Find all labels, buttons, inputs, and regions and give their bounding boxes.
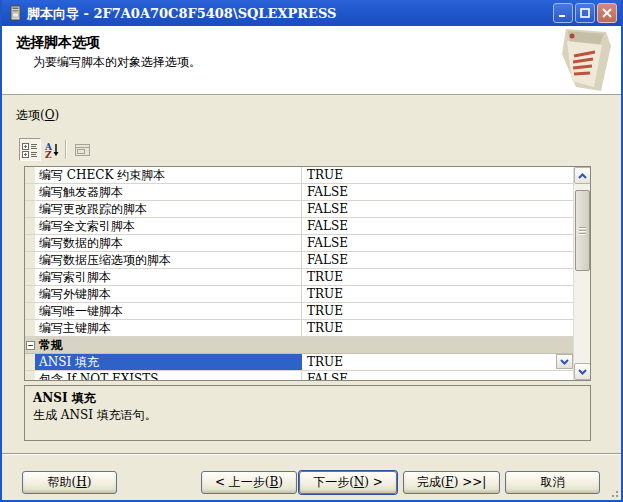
category-label: 常规 xyxy=(35,338,63,353)
bottom-separator xyxy=(2,453,621,455)
property-pages-icon xyxy=(74,143,91,157)
property-value: FALSE xyxy=(302,184,573,200)
property-name: ANSI 填充 xyxy=(35,354,302,370)
az-sort-icon: A Z xyxy=(44,142,60,158)
property-name: 编写全文索引脚本 xyxy=(35,218,302,234)
property-value: TRUE xyxy=(302,303,573,319)
server-icon xyxy=(7,5,23,21)
script-scroll-icon xyxy=(557,29,611,94)
property-row[interactable]: 编写数据的脚本FALSE xyxy=(25,235,573,252)
property-name: 编写触发器脚本 xyxy=(35,184,302,200)
row-gutter xyxy=(25,184,35,200)
property-name: 包含 If NOT EXISTS xyxy=(35,371,302,381)
scroll-up-button[interactable] xyxy=(574,167,591,184)
row-gutter xyxy=(25,320,35,336)
property-row[interactable]: 编写更改跟踪的脚本FALSE xyxy=(25,201,573,218)
property-row[interactable]: 编写唯一键脚本TRUE xyxy=(25,303,573,320)
titlebar: 脚本向导 - 2F7A0A70C8F5408\SQLEXPRESS xyxy=(2,0,621,26)
property-pages-button[interactable] xyxy=(71,140,93,160)
property-row[interactable]: 编写外键脚本TRUE xyxy=(25,286,573,303)
property-value: TRUE xyxy=(302,286,573,302)
maximize-button[interactable] xyxy=(575,3,595,23)
property-name: 编写数据压缩选项的脚本 xyxy=(35,252,302,268)
property-row[interactable]: 编写触发器脚本FALSE xyxy=(25,184,573,201)
cancel-button[interactable]: 取消 xyxy=(505,471,600,494)
property-row[interactable]: 编写数据压缩选项的脚本FALSE xyxy=(25,252,573,269)
property-row[interactable]: 包含 If NOT EXISTSFALSE xyxy=(25,371,573,381)
window-title: 脚本向导 - 2F7A0A70C8F5408\SQLEXPRESS xyxy=(27,5,336,23)
svg-text:Z: Z xyxy=(45,150,52,158)
wizard-header: 选择脚本选项 为要编写脚本的对象选择选项。 xyxy=(2,26,621,95)
row-gutter xyxy=(25,218,35,234)
property-value: FALSE xyxy=(302,371,573,381)
resize-grip[interactable] xyxy=(609,488,619,498)
row-gutter xyxy=(25,235,35,251)
description-title: ANSI 填充 xyxy=(33,390,96,407)
finish-button[interactable]: 完成(F) >>| xyxy=(403,471,500,494)
property-name: 编写唯一键脚本 xyxy=(35,303,302,319)
script-wizard-dialog: 脚本向导 - 2F7A0A70C8F5408\SQLEXPRESS 选择脚本选项… xyxy=(0,0,623,502)
property-row[interactable]: ANSI 填充TRUE xyxy=(25,354,573,371)
minimize-button[interactable] xyxy=(553,3,573,23)
category-row[interactable]: −常规 xyxy=(25,337,573,354)
row-gutter xyxy=(25,269,35,285)
row-gutter xyxy=(25,354,35,370)
page-title: 选择脚本选项 xyxy=(16,34,100,52)
minimize-icon xyxy=(558,8,568,18)
grid-scrollbar[interactable] xyxy=(573,167,590,380)
property-value: FALSE xyxy=(302,235,573,251)
property-name: 编写更改跟踪的脚本 xyxy=(35,201,302,217)
chevron-down-icon xyxy=(560,359,569,365)
collapse-icon[interactable]: − xyxy=(26,341,35,350)
property-name: 编写外键脚本 xyxy=(35,286,302,302)
property-grid: 编写 CHECK 约束脚本TRUE编写触发器脚本FALSE编写更改跟踪的脚本FA… xyxy=(24,166,591,381)
page-subtitle: 为要编写脚本的对象选择选项。 xyxy=(33,54,201,71)
row-gutter xyxy=(25,167,35,183)
categorized-view-icon xyxy=(22,142,38,158)
property-row[interactable]: 编写索引脚本TRUE xyxy=(25,269,573,286)
categorized-view-button[interactable] xyxy=(19,138,41,161)
property-grid-rows: 编写 CHECK 约束脚本TRUE编写触发器脚本FALSE编写更改跟踪的脚本FA… xyxy=(25,167,573,381)
row-gutter xyxy=(25,201,35,217)
scrollbar-thumb[interactable] xyxy=(575,190,590,271)
property-value: TRUE xyxy=(302,167,573,183)
row-gutter xyxy=(25,252,35,268)
back-button[interactable]: < 上一步(B) xyxy=(201,471,297,494)
description-panel: ANSI 填充 生成 ANSI 填充语句。 xyxy=(24,385,591,441)
close-icon xyxy=(602,8,612,18)
row-gutter xyxy=(25,303,35,319)
scroll-down-button[interactable] xyxy=(574,363,591,380)
property-value: FALSE xyxy=(302,252,573,268)
row-gutter xyxy=(25,286,35,302)
property-value: FALSE xyxy=(302,201,573,217)
chevron-up-icon xyxy=(578,173,587,179)
property-value: TRUE xyxy=(302,320,573,336)
property-value: FALSE xyxy=(302,218,573,234)
options-label: 选项(O) xyxy=(16,107,59,124)
maximize-icon xyxy=(580,8,590,18)
help-button[interactable]: 帮助(H) xyxy=(22,471,117,494)
thumb-grip xyxy=(579,227,586,236)
property-name: 编写主键脚本 xyxy=(35,320,302,336)
property-name: 编写 CHECK 约束脚本 xyxy=(35,167,302,183)
value-dropdown-button[interactable] xyxy=(556,354,573,369)
property-value: TRUE xyxy=(302,354,573,370)
chevron-down-icon xyxy=(578,369,587,375)
property-value: TRUE xyxy=(302,269,573,285)
property-row[interactable]: 编写全文索引脚本FALSE xyxy=(25,218,573,235)
description-text: 生成 ANSI 填充语句。 xyxy=(33,407,157,424)
property-name: 编写数据的脚本 xyxy=(35,235,302,251)
property-row[interactable]: 编写主键脚本TRUE xyxy=(25,320,573,337)
row-gutter xyxy=(25,371,35,381)
property-row[interactable]: 编写 CHECK 约束脚本TRUE xyxy=(25,167,573,184)
toolbar-separator xyxy=(65,140,67,159)
property-name: 编写索引脚本 xyxy=(35,269,302,285)
next-button[interactable]: 下一步(N) > xyxy=(299,471,397,494)
az-sort-button[interactable]: A Z xyxy=(42,138,62,161)
close-button[interactable] xyxy=(597,3,617,23)
